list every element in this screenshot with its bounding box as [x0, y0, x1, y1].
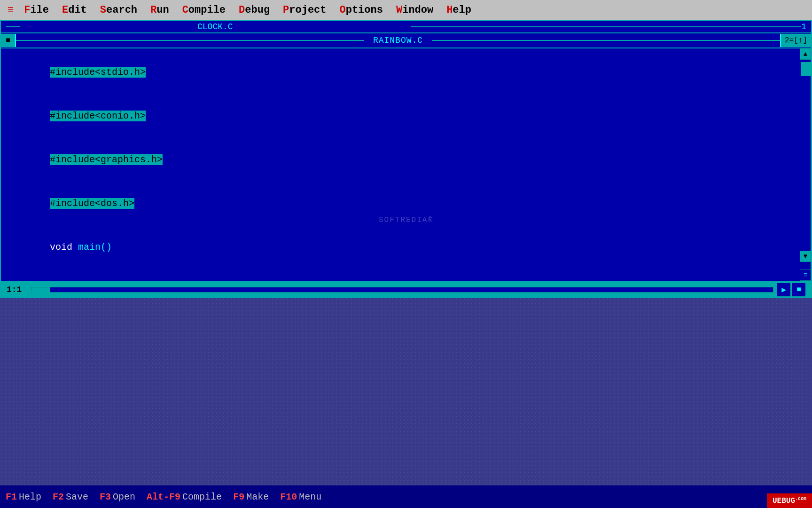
fn-menu[interactable]: F10 Menu [280, 492, 321, 502]
menu-project[interactable]: Project [276, 2, 333, 18]
rainbow-title-text: RAINBOW.C [364, 36, 432, 45]
menu-debug[interactable]: Debug [232, 2, 276, 18]
code-line-2: #include<conio.h> [5, 94, 807, 138]
scroll-thumb[interactable] [801, 62, 811, 76]
menu-search[interactable]: Search [94, 2, 144, 18]
fn-save[interactable]: F2 Save [53, 492, 88, 502]
expand-button[interactable]: ■ [792, 283, 805, 296]
menu-edit[interactable]: Edit [55, 2, 94, 18]
clock-window-title: CLOCK.C 1 [0, 20, 812, 33]
clock-title-line-left [6, 26, 20, 27]
clock-title-line-right [411, 26, 802, 27]
clock-window-number: 1 [801, 22, 806, 32]
function-key-bar: F1 Help F2 Save F3 Open Alt-F9 Compile F… [0, 485, 812, 508]
fn-label-menu: Menu [299, 492, 321, 502]
fn-label-make: Make [246, 492, 269, 502]
scroll-down-button[interactable]: ▼ [800, 251, 811, 262]
fn-make[interactable]: F9 Make [233, 492, 269, 502]
scroll-track[interactable] [800, 60, 811, 281]
fn-key-f2: F2 [53, 492, 64, 502]
fn-label-compile: Compile [182, 492, 222, 502]
scroll-up-button[interactable]: ▲ [800, 48, 811, 60]
menu-window[interactable]: Window [390, 2, 440, 18]
fn-open[interactable]: F3 Open [100, 492, 135, 502]
status-bar: 1:1 ▶ ■ [0, 282, 812, 298]
close-button[interactable]: ■ [1, 34, 16, 47]
fn-key-f9: F9 [233, 492, 244, 502]
rainbow-title-line-right [432, 40, 780, 41]
clock-title-text: CLOCK.C [20, 22, 411, 32]
code-line-6: { [5, 269, 807, 282]
code-line-1: #include<stdio.h> [5, 50, 807, 94]
code-line-3: #include<graphics.h> [5, 138, 807, 182]
menu-compile[interactable]: Compile [176, 2, 232, 18]
menu-help[interactable]: Help [440, 2, 478, 18]
fn-compile[interactable]: Alt-F9 Compile [147, 492, 222, 502]
menu-icon: ≡ [4, 2, 17, 18]
fn-help[interactable]: F1 Help [6, 492, 41, 502]
fn-key-altf9: Alt-F9 [147, 492, 180, 502]
fn-label-save: Save [66, 492, 88, 502]
scrollbar[interactable]: ▲ ▼ ≡ [800, 48, 811, 281]
rainbow-title-line-left [16, 40, 364, 41]
scroll-right-button[interactable]: ▶ [777, 283, 790, 296]
menu-run[interactable]: Run [144, 2, 176, 18]
horizontal-scroll-thumb[interactable] [31, 287, 50, 293]
rainbow-window-title: ■ RAINBOW.C 2=[↑] [0, 33, 812, 48]
menu-file[interactable]: File [17, 2, 55, 18]
desktop-area: SOFTREDIA® [0, 298, 812, 485]
code-editor[interactable]: #include<stdio.h> #include<conio.h> #inc… [0, 48, 812, 282]
uebug-badge: UEBUG.com [767, 493, 812, 508]
window-up-button[interactable]: 2=[↑] [780, 34, 811, 47]
cursor-position: 1:1 [7, 285, 22, 294]
fn-key-f3: F3 [100, 492, 111, 502]
fn-key-f1: F1 [6, 492, 17, 502]
code-line-4: #include<dos.h> [5, 182, 807, 225]
menu-bar: ≡ File Edit Search Run Compile Debug Pro… [0, 0, 812, 20]
fn-label-help: Help [19, 492, 41, 502]
horizontal-scrollbar[interactable] [31, 287, 773, 293]
scroll-bottom-button[interactable]: ≡ [800, 270, 811, 281]
menu-options[interactable]: Options [333, 2, 390, 18]
fn-label-open: Open [113, 492, 135, 502]
code-line-5: void main() [5, 225, 807, 269]
fn-key-f10: F10 [280, 492, 297, 502]
ide-container: CLOCK.C 1 ■ RAINBOW.C 2=[↑] #include<std… [0, 20, 812, 298]
